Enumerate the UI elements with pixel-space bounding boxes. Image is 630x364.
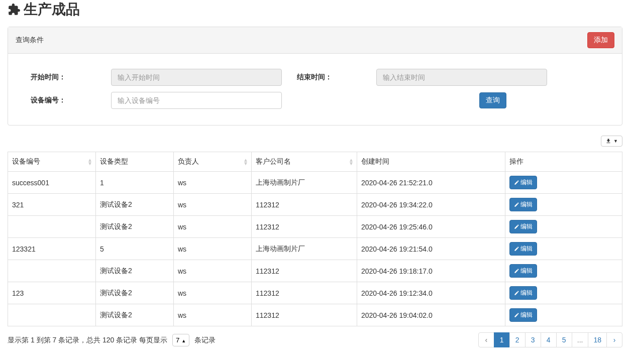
end-time-label: 结束时间： bbox=[297, 73, 332, 82]
edit-button[interactable]: 编辑 bbox=[509, 242, 537, 256]
edit-button[interactable]: 编辑 bbox=[509, 220, 537, 233]
cell-company: 112312 bbox=[252, 194, 357, 216]
panel-heading: 查询条件 添加 bbox=[8, 27, 622, 54]
cell-action: 编辑 bbox=[505, 304, 622, 326]
page-title: 生产成品 bbox=[8, 0, 622, 19]
page-size-value: 7 bbox=[176, 336, 179, 344]
data-table: 设备编号▲▼ 设备类型 负责人▲▼ 客户公司名▲▼ 创建时间 操作 succes… bbox=[8, 152, 622, 326]
pencil-icon bbox=[514, 202, 519, 207]
col-company-label: 客户公司名 bbox=[256, 157, 291, 165]
cell-action: 编辑 bbox=[505, 260, 622, 282]
edit-button[interactable]: 编辑 bbox=[509, 264, 537, 278]
cell-action: 编辑 bbox=[505, 194, 622, 216]
edit-button[interactable]: 编辑 bbox=[509, 286, 537, 300]
page-size-select[interactable]: 7 ▲ bbox=[172, 334, 189, 346]
info-suffix: 条记录 bbox=[194, 336, 216, 344]
cell-device_type: 测试设备2 bbox=[96, 194, 174, 216]
edit-button[interactable]: 编辑 bbox=[509, 198, 537, 211]
cell-created_at: 2020-04-26 21:52:21.0 bbox=[357, 172, 505, 194]
cell-action: 编辑 bbox=[505, 172, 622, 194]
cell-created_at: 2020-04-26 19:12:34.0 bbox=[357, 282, 505, 304]
cell-company: 112312 bbox=[252, 216, 357, 238]
pencil-icon bbox=[514, 268, 519, 274]
table-row: 测试设备2ws1123122020-04-26 19:04:02.0编辑 bbox=[8, 304, 622, 326]
col-device-type[interactable]: 设备类型 bbox=[96, 152, 174, 172]
panel-title: 查询条件 bbox=[16, 36, 44, 45]
col-created: 创建时间 bbox=[357, 152, 505, 172]
cell-action: 编辑 bbox=[505, 238, 622, 260]
search-button[interactable]: 查询 bbox=[479, 92, 506, 108]
add-button[interactable]: 添加 bbox=[587, 32, 614, 48]
sort-icon: ▲▼ bbox=[243, 158, 248, 165]
page-4[interactable]: 4 bbox=[541, 332, 557, 347]
table-row: success0011ws上海动画制片厂2020-04-26 21:52:21.… bbox=[8, 172, 622, 194]
col-action-label: 操作 bbox=[509, 157, 523, 165]
info-prefix: 显示第 1 到第 7 条记录，总共 120 条记录 每页显示 bbox=[8, 336, 167, 344]
page-prev[interactable]: ‹ bbox=[478, 332, 494, 347]
cell-company: 112312 bbox=[252, 304, 357, 326]
cell-created_at: 2020-04-26 19:18:17.0 bbox=[357, 260, 505, 282]
page-5[interactable]: 5 bbox=[556, 332, 572, 347]
cell-owner: ws bbox=[174, 238, 252, 260]
cell-created_at: 2020-04-26 19:04:02.0 bbox=[357, 304, 505, 326]
puzzle-icon bbox=[8, 3, 21, 16]
cell-device_type: 测试设备2 bbox=[96, 260, 174, 282]
col-device-no[interactable]: 设备编号▲▼ bbox=[8, 152, 96, 172]
cell-owner: ws bbox=[174, 194, 252, 216]
col-device-type-label: 设备类型 bbox=[100, 157, 128, 165]
cell-company: 112312 bbox=[252, 282, 357, 304]
edit-button[interactable]: 编辑 bbox=[509, 308, 537, 322]
pencil-icon bbox=[514, 290, 519, 296]
edit-button[interactable]: 编辑 bbox=[509, 176, 537, 189]
cell-owner: ws bbox=[174, 172, 252, 194]
col-action: 操作 bbox=[505, 152, 622, 172]
end-time-input[interactable] bbox=[376, 69, 547, 86]
cell-owner: ws bbox=[174, 260, 252, 282]
cell-owner: ws bbox=[174, 216, 252, 238]
pencil-icon bbox=[514, 180, 519, 185]
page-1[interactable]: 1 bbox=[494, 332, 510, 347]
cell-device_type: 测试设备2 bbox=[96, 304, 174, 326]
cell-device_no: 123321 bbox=[8, 238, 96, 260]
cell-created_at: 2020-04-26 19:21:54.0 bbox=[357, 238, 505, 260]
device-no-input[interactable] bbox=[111, 92, 282, 109]
start-time-input[interactable] bbox=[111, 69, 282, 86]
col-created-label: 创建时间 bbox=[361, 157, 389, 165]
page-3[interactable]: 3 bbox=[525, 332, 541, 347]
cell-device_type: 5 bbox=[96, 238, 174, 260]
cell-device_type: 测试设备2 bbox=[96, 282, 174, 304]
device-no-label: 设备编号： bbox=[31, 96, 66, 105]
table-row: 1233215ws上海动画制片厂2020-04-26 19:21:54.0编辑 bbox=[8, 238, 622, 260]
pagination: ‹12345...18› bbox=[479, 332, 622, 347]
sort-icon: ▲▼ bbox=[349, 158, 354, 165]
caret-up-icon: ▲ bbox=[181, 338, 186, 343]
col-owner[interactable]: 负责人▲▼ bbox=[174, 152, 252, 172]
cell-device_type: 测试设备2 bbox=[96, 216, 174, 238]
page-title-text: 生产成品 bbox=[24, 0, 80, 19]
page-2[interactable]: 2 bbox=[509, 332, 526, 347]
cell-action: 编辑 bbox=[505, 282, 622, 304]
cell-created_at: 2020-04-26 19:25:46.0 bbox=[357, 216, 505, 238]
cell-device_no: 123 bbox=[8, 282, 96, 304]
cell-created_at: 2020-04-26 19:34:22.0 bbox=[357, 194, 505, 216]
pencil-icon bbox=[514, 224, 519, 229]
pencil-icon bbox=[514, 312, 519, 318]
page-18[interactable]: 18 bbox=[588, 332, 607, 347]
start-time-label: 开始时间： bbox=[31, 73, 66, 82]
page-...[interactable]: ... bbox=[572, 332, 589, 347]
table-row: 321测试设备2ws1123122020-04-26 19:34:22.0编辑 bbox=[8, 194, 622, 216]
col-device-no-label: 设备编号 bbox=[12, 157, 40, 165]
records-info: 显示第 1 到第 7 条记录，总共 120 条记录 每页显示 7 ▲ 条记录 bbox=[8, 334, 216, 346]
page-next[interactable]: › bbox=[606, 332, 622, 347]
table-row: 123测试设备2ws1123122020-04-26 19:12:34.0编辑 bbox=[8, 282, 622, 304]
caret-icon: ▼ bbox=[613, 139, 618, 144]
col-owner-label: 负责人 bbox=[178, 157, 199, 165]
col-company[interactable]: 客户公司名▲▼ bbox=[252, 152, 357, 172]
table-row: 测试设备2ws1123122020-04-26 19:25:46.0编辑 bbox=[8, 216, 622, 238]
sort-icon: ▲▼ bbox=[87, 158, 92, 165]
export-button[interactable]: ▼ bbox=[601, 136, 622, 147]
cell-device_no: 321 bbox=[8, 194, 96, 216]
cell-device_no bbox=[8, 304, 96, 326]
cell-company: 上海动画制片厂 bbox=[252, 238, 357, 260]
cell-action: 编辑 bbox=[505, 216, 622, 238]
